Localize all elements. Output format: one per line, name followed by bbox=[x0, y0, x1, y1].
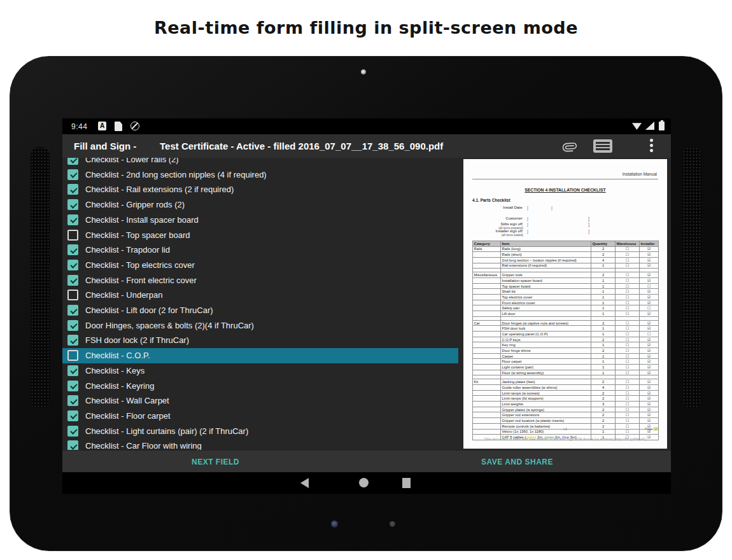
checkbox-checked-icon[interactable] bbox=[67, 199, 78, 210]
form-fields-pane[interactable]: Checklist - Lower rails (2)Checklist - 2… bbox=[62, 158, 458, 450]
pdf-header-rule bbox=[472, 179, 658, 179]
checklist-item[interactable]: Checklist - Top electrics cover bbox=[62, 258, 458, 273]
navigation-bar bbox=[62, 472, 671, 494]
checkbox-checked-icon[interactable] bbox=[67, 395, 78, 406]
checklist-item[interactable]: Checklist - 2nd long section nipples (4 … bbox=[62, 167, 458, 183]
app-bar: Fill and Sign - Test Certificate - Activ… bbox=[62, 134, 671, 158]
checklist-item-label: Checklist - Lower rails (2) bbox=[85, 158, 179, 164]
pdf-page-number: Page 10 bbox=[645, 427, 658, 431]
checklist-item-label: Checklist - Front electric cover bbox=[85, 276, 197, 285]
checklist-item[interactable]: Checklist - Lift door (2 for ThruCar) bbox=[62, 303, 458, 318]
recents-icon[interactable] bbox=[402, 478, 411, 488]
pdf-checkbox-unchecked-icon: ☐ bbox=[616, 348, 640, 354]
checklist-item-label: Checklist - Underpan bbox=[85, 290, 162, 300]
checkbox-checked-icon[interactable] bbox=[67, 169, 78, 180]
checklist-item[interactable]: Checklist - Lower rails (2) bbox=[62, 158, 458, 167]
home-icon[interactable] bbox=[359, 478, 369, 487]
app-title: Fill and Sign - bbox=[74, 141, 136, 151]
next-field-button[interactable]: NEXT FIELD bbox=[192, 458, 239, 466]
pdf-checkbox-checked-icon: ☑ bbox=[640, 370, 659, 375]
checklist-item[interactable]: Checklist - Light curtains (pair) (2 if … bbox=[62, 424, 458, 439]
checklist-item[interactable]: Checklist - C.O.P. bbox=[62, 348, 458, 363]
pdf-checkbox-unchecked-icon: ☐ bbox=[640, 332, 659, 337]
checkbox-checked-icon[interactable] bbox=[67, 275, 78, 286]
checkbox-checked-icon[interactable] bbox=[67, 410, 78, 421]
checklist-item[interactable]: Checklist - Wall Carpet bbox=[62, 393, 458, 409]
checklist-item-label: Checklist - Keys bbox=[85, 366, 144, 375]
checklist-item[interactable]: Checklist - Trapdoor lid bbox=[62, 242, 458, 258]
checkbox-checked-icon[interactable] bbox=[67, 440, 78, 450]
checklist-item[interactable]: Checklist - Install spacer board bbox=[62, 213, 458, 228]
checklist-item-label: Checklist - 2nd long section nipples (4 … bbox=[85, 170, 267, 179]
checklist-item-label: Checklist - Car Floor with wiring bbox=[85, 441, 202, 450]
checklist-item[interactable]: Checklist - Keyring bbox=[62, 379, 458, 394]
pdf-table-row: Floor (w wiring assembly)1☐☑ bbox=[473, 370, 659, 375]
pdf-checkbox-unchecked-icon: ☐ bbox=[616, 320, 640, 326]
checklist-item[interactable]: Door Hinges, spacers & bolts (2)(4 if Th… bbox=[62, 318, 458, 333]
checklist-item[interactable]: Checklist - Gripper rods (2) bbox=[62, 197, 458, 213]
back-icon[interactable] bbox=[300, 478, 309, 488]
attach-icon[interactable] bbox=[558, 135, 580, 157]
pdf-field-bracket: ] bbox=[588, 216, 589, 221]
checkbox-checked-icon[interactable] bbox=[67, 184, 78, 195]
pdf-checkbox-unchecked-icon: ☐ bbox=[616, 278, 640, 284]
checklist-item[interactable]: Checklist - Front electric cover bbox=[62, 273, 458, 288]
speaker-grille-left-icon bbox=[31, 147, 50, 408]
checkbox-checked-icon[interactable] bbox=[67, 426, 78, 437]
checkbox-checked-icon[interactable] bbox=[67, 305, 78, 316]
bezel-camera-dot-icon bbox=[331, 521, 338, 528]
pdf-page: Installation Manual SECTION 4 INSTALLATI… bbox=[463, 159, 667, 449]
pdf-table-row: Shaft lid1☐☑ bbox=[473, 289, 659, 295]
checkbox-checked-icon[interactable] bbox=[67, 335, 78, 346]
checkbox-unchecked-icon[interactable] bbox=[67, 350, 78, 361]
pdf-table-row: Limit ramps (lid stoppers)2☐☑ bbox=[473, 396, 659, 402]
pdf-field-note: (all items loaded) bbox=[463, 234, 523, 237]
pdf-table-row: Top spacer board1☐☐ bbox=[473, 283, 659, 289]
checklist-item[interactable]: Checklist - Floor carpet bbox=[62, 409, 458, 424]
pdf-preview-pane[interactable]: Installation Manual SECTION 4 INSTALLATI… bbox=[458, 158, 671, 450]
speaker-grille-right-icon bbox=[682, 147, 701, 408]
pdf-field-bracket: | bbox=[527, 205, 528, 211]
overflow-menu-icon[interactable] bbox=[649, 138, 653, 153]
pdf-field-bracket: | bbox=[527, 221, 528, 227]
file-icon bbox=[115, 122, 122, 131]
pdf-field-label: Install Date: bbox=[463, 206, 523, 209]
checklist-item[interactable]: Checklist - Underpan bbox=[62, 288, 458, 303]
pdf-checkbox-checked-icon: ☑ bbox=[640, 412, 659, 418]
checklist-item[interactable]: Checklist - Rail extensions (2 if requir… bbox=[62, 182, 458, 197]
checkbox-checked-icon[interactable] bbox=[67, 158, 78, 165]
keyboard-icon[interactable] bbox=[593, 139, 612, 153]
pdf-table-row: Car operating panel (C.O.P)1☐☐ bbox=[473, 332, 659, 337]
checklist-item-label: Checklist - Lift door (2 for ThruCar) bbox=[85, 305, 213, 315]
checklist-item[interactable]: Checklist - Top spacer board bbox=[62, 228, 458, 243]
pdf-table-row: Safety pan1☐☐ bbox=[473, 305, 659, 311]
checkbox-checked-icon[interactable] bbox=[67, 381, 78, 391]
pdf-field-label: Customer: bbox=[463, 216, 523, 220]
checklist-item[interactable]: Checklist - Car Floor with wiring bbox=[62, 438, 458, 450]
checkbox-checked-icon[interactable] bbox=[67, 214, 78, 225]
checkbox-checked-icon[interactable] bbox=[67, 320, 78, 331]
checklist-item[interactable]: FSH door lock (2 if ThruCar) bbox=[62, 333, 458, 348]
checklist-item[interactable]: Checklist - Keys bbox=[62, 363, 458, 379]
pdf-checkbox-unchecked-icon: ☐ bbox=[616, 337, 640, 342]
checklist-item-label: Checklist - Rail extensions (2 if requir… bbox=[85, 185, 234, 194]
checkbox-unchecked-icon[interactable] bbox=[67, 230, 78, 241]
pdf-checkbox-checked-icon: ☑ bbox=[640, 342, 659, 348]
pdf-table-row: Top electrics cover1☐☑ bbox=[473, 295, 659, 300]
pdf-checkbox-unchecked-icon: ☐ bbox=[616, 412, 640, 418]
pdf-table-row: KitJacking plates (feet)2☐☑ bbox=[473, 379, 659, 385]
checkbox-checked-icon[interactable] bbox=[67, 244, 78, 255]
screen: 9:44 A Fill and Sign - Test Certificate … bbox=[62, 118, 671, 494]
figure: Real-time form filling in split-screen m… bbox=[0, 0, 732, 560]
checkbox-unchecked-icon[interactable] bbox=[67, 290, 78, 300]
pdf-checkbox-checked-icon: ☑ bbox=[640, 353, 659, 359]
save-and-share-button[interactable]: SAVE AND SHARE bbox=[481, 458, 553, 466]
pdf-table-row: C.O.P keys2☐☑ bbox=[473, 337, 659, 342]
checkbox-checked-icon[interactable] bbox=[67, 260, 78, 270]
pdf-section-title: SECTION 4 INSTALLATION CHECKLIST bbox=[463, 188, 667, 192]
checkbox-checked-icon[interactable] bbox=[67, 365, 78, 376]
pdf-checkbox-checked-icon: ☑ bbox=[640, 252, 659, 258]
pdf-table-row: Front electrics cover1☐☑ bbox=[473, 300, 659, 305]
pdf-watermark: This document is filled with free versio… bbox=[463, 437, 667, 441]
pdf-table-row: Key ring1☐☑ bbox=[473, 342, 659, 348]
